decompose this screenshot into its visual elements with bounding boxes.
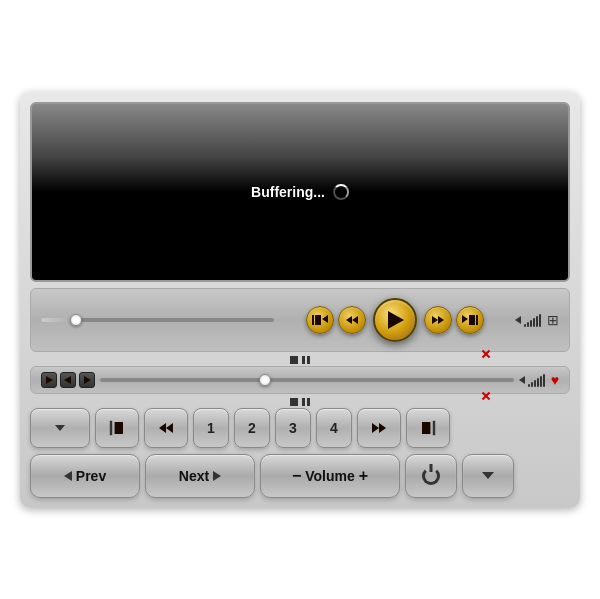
small-play-controls bbox=[41, 372, 95, 388]
dropdown-down-button[interactable] bbox=[462, 454, 514, 498]
power-button[interactable] bbox=[405, 454, 457, 498]
small-play-button[interactable] bbox=[41, 372, 57, 388]
small-prev-icon bbox=[64, 376, 71, 384]
buffering-indicator: Buffering... bbox=[251, 184, 349, 200]
next-arrow-icon bbox=[213, 471, 221, 481]
power-icon bbox=[422, 467, 440, 485]
secondary-volume-icon[interactable] bbox=[519, 373, 545, 387]
right-controls: ⊞ bbox=[515, 312, 559, 328]
rewind-button[interactable] bbox=[338, 306, 366, 334]
nav-num-3-button[interactable]: 3 bbox=[275, 408, 311, 448]
small-prev-button[interactable] bbox=[60, 372, 76, 388]
nav-num-1-label: 1 bbox=[207, 420, 215, 436]
secondary-progress-bar[interactable] bbox=[100, 378, 514, 382]
dropdown-down-icon bbox=[482, 472, 494, 479]
secondary-pause-bar-2 bbox=[307, 398, 310, 406]
dropdown-arrow-icon bbox=[55, 425, 65, 431]
next-label: Next bbox=[179, 468, 209, 484]
volume-control-button[interactable]: − Volume + bbox=[260, 454, 400, 498]
secondary-pause-bar-1 bbox=[302, 398, 305, 406]
nav-num-1-button[interactable]: 1 bbox=[193, 408, 229, 448]
main-controls-bar: ⊞ bbox=[30, 288, 570, 352]
prev-arrow-icon bbox=[64, 471, 72, 481]
vol-bar-2 bbox=[527, 322, 529, 327]
vol-bar-5 bbox=[536, 316, 538, 327]
video-screen: Buffering... bbox=[30, 102, 570, 282]
vol-bar-1 bbox=[524, 324, 526, 327]
secondary-right-controls: ♥ bbox=[519, 372, 559, 388]
progress-section bbox=[41, 318, 274, 322]
playback-controls bbox=[278, 295, 511, 345]
secondary-pause-icon[interactable] bbox=[302, 398, 310, 406]
vol-bar-6 bbox=[539, 314, 541, 327]
vol-bar-3 bbox=[530, 320, 532, 327]
dropdown-button[interactable] bbox=[30, 408, 90, 448]
nav-skip-forward-button[interactable] bbox=[406, 408, 450, 448]
nav-skip-back-button[interactable] bbox=[95, 408, 139, 448]
prev-label: Prev bbox=[76, 468, 106, 484]
nav-num-4-label: 4 bbox=[330, 420, 338, 436]
volume-minus-label: − bbox=[292, 467, 301, 485]
progress-bar[interactable] bbox=[41, 318, 274, 322]
media-player: Buffering... bbox=[20, 92, 580, 508]
play-button[interactable] bbox=[373, 298, 417, 342]
secondary-x-icon bbox=[479, 389, 493, 403]
secondary-controls-bar: ♥ bbox=[30, 366, 570, 394]
play-icon bbox=[388, 311, 404, 329]
play-button-wrapper bbox=[370, 295, 420, 345]
bottom-row: Prev Next − Volume + bbox=[30, 454, 570, 498]
nav-num-2-label: 2 bbox=[248, 420, 256, 436]
favorite-button[interactable]: ♥ bbox=[551, 372, 559, 388]
volume-text-label: Volume bbox=[305, 468, 355, 484]
nav-buttons-row: 1 2 3 4 bbox=[30, 408, 570, 448]
settings-button[interactable]: ⊞ bbox=[547, 312, 559, 328]
nav-rewind-button[interactable] bbox=[144, 408, 188, 448]
secondary-stop-icon[interactable] bbox=[290, 398, 298, 406]
error-badge bbox=[479, 347, 493, 361]
nav-num-2-button[interactable]: 2 bbox=[234, 408, 270, 448]
nav-num-4-button[interactable]: 4 bbox=[316, 408, 352, 448]
secondary-speaker-icon bbox=[519, 376, 525, 384]
small-next-icon bbox=[84, 376, 91, 384]
secondary-progress-knob[interactable] bbox=[259, 374, 271, 386]
pause-icon[interactable] bbox=[302, 356, 310, 364]
fastforward-button[interactable] bbox=[424, 306, 452, 334]
skip-back-button[interactable] bbox=[306, 306, 334, 334]
prev-button[interactable]: Prev bbox=[30, 454, 140, 498]
volume-bars bbox=[524, 313, 541, 327]
volume-plus-label: + bbox=[359, 467, 368, 485]
spinner-icon bbox=[333, 184, 349, 200]
secondary-error-badge bbox=[479, 389, 493, 403]
stop-icon[interactable] bbox=[290, 356, 298, 364]
nav-fastforward-button[interactable] bbox=[357, 408, 401, 448]
buffering-label: Buffering... bbox=[251, 184, 325, 200]
secondary-volume-bars bbox=[528, 373, 545, 387]
pause-bar-1 bbox=[302, 356, 305, 364]
progress-knob[interactable] bbox=[70, 314, 82, 326]
pause-bar-2 bbox=[307, 356, 310, 364]
nav-num-3-label: 3 bbox=[289, 420, 297, 436]
next-button[interactable]: Next bbox=[145, 454, 255, 498]
x-icon bbox=[479, 347, 493, 361]
skip-forward-button[interactable] bbox=[456, 306, 484, 334]
speaker-icon bbox=[515, 316, 521, 324]
small-next-button[interactable] bbox=[79, 372, 95, 388]
volume-icon[interactable] bbox=[515, 313, 541, 327]
small-play-icon bbox=[46, 376, 53, 384]
vol-bar-4 bbox=[533, 318, 535, 327]
